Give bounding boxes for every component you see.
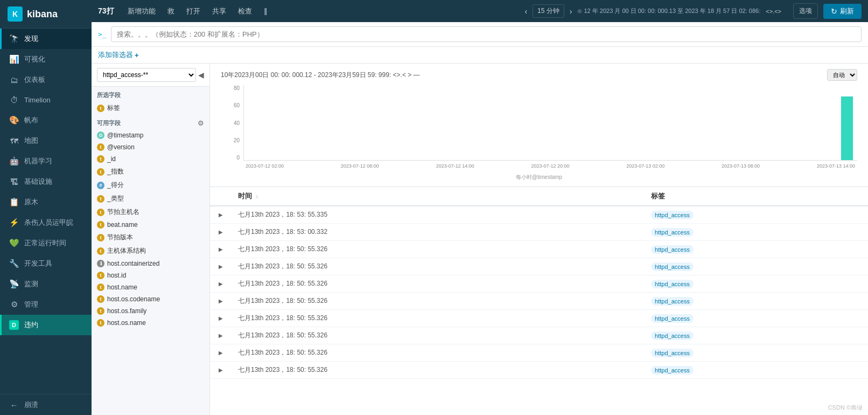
monitoring-icon: 📡 xyxy=(9,279,19,289)
time-duration-button[interactable]: 15 分钟 xyxy=(533,4,564,18)
sidebar-item-devtools[interactable]: 🔧 开发工具 xyxy=(0,253,92,274)
tag-cell: httpd_access xyxy=(645,344,868,362)
field-item[interactable]: t_指数 xyxy=(92,165,209,178)
save-button[interactable]: 救 xyxy=(164,5,178,18)
ml-icon: 🤖 xyxy=(9,156,19,166)
sidebar-item-dashboard[interactable]: 🗂 仪表板 xyxy=(0,70,92,90)
sidebar-item-discover[interactable]: 🔭 发现 xyxy=(0,29,92,49)
field-item[interactable]: thost.name xyxy=(92,281,209,293)
options-button[interactable]: 选项 xyxy=(793,3,818,19)
sidebar-item-visualize[interactable]: 📊 可视化 xyxy=(0,49,92,70)
field-item[interactable]: ℹhost.containerized xyxy=(92,258,209,269)
sidebar-item-violation[interactable]: D 违约 xyxy=(0,315,92,335)
field-name: host.containerized xyxy=(107,260,159,267)
field-type-icon: ℹ xyxy=(97,260,104,267)
chart-y-axis: 80 60 40 20 0 xyxy=(221,85,242,161)
field-item[interactable]: #_得分 xyxy=(92,178,209,192)
field-name: _类型 xyxy=(107,194,124,203)
field-type-icon: t xyxy=(97,234,104,241)
field-name: 节拍主机名 xyxy=(107,208,139,217)
field-item[interactable]: tbeat.name xyxy=(92,219,209,231)
row-expand-button[interactable]: ▶ xyxy=(216,331,225,340)
index-pattern-select[interactable]: httpd_access-** xyxy=(97,68,196,82)
x-label-2: 2023-07-12 14:00 xyxy=(436,163,474,169)
search-prefix: >_ xyxy=(98,30,107,38)
new-feature-button[interactable]: 新增功能 xyxy=(124,5,159,18)
time-cell: 七月13th 2023，18: 53: 00.332 xyxy=(232,224,645,241)
col-time-header[interactable]: 时间 ↕ xyxy=(232,187,645,206)
sidebar-item-timelion[interactable]: ⏱ Timelion xyxy=(0,90,92,110)
sidebar-bottom: ← 崩溃 xyxy=(0,394,92,415)
field-name: host.id xyxy=(107,272,126,279)
sidebar-item-maps[interactable]: 🗺 地图 xyxy=(0,130,92,151)
time-more-button[interactable]: <>.<> xyxy=(764,7,783,16)
sidebar-item-monitoring[interactable]: 📡 监测 xyxy=(0,274,92,294)
tag-cell: httpd_access xyxy=(645,241,868,258)
field-item[interactable]: t主机体系结构 xyxy=(92,244,209,258)
time-cell: 七月13th 2023，18: 50: 55.326 xyxy=(232,327,645,344)
share-button[interactable]: 共享 xyxy=(208,5,230,18)
search-input[interactable] xyxy=(111,26,862,42)
sidebar-item-canvas[interactable]: 🎨 帆布 xyxy=(0,110,92,130)
chart-interval-select[interactable]: 自动 xyxy=(827,69,857,81)
kibana-logo-text: kibana xyxy=(27,9,58,20)
sidebar-nav: 🔭 发现 📊 可视化 🗂 仪表板 ⏱ Timelion 🎨 帆布 🗺 地图 🤖 … xyxy=(0,29,92,394)
sidebar-item-logs[interactable]: 📋 原木 xyxy=(0,192,92,212)
row-expand-button[interactable]: ▶ xyxy=(216,245,225,253)
panel-collapse-button[interactable]: ◀ xyxy=(198,71,204,79)
sidebar-item-uptime[interactable]: 💚 正常运行时间 xyxy=(0,233,92,253)
field-item[interactable]: t_id xyxy=(92,153,209,165)
field-name: host.os.name xyxy=(107,319,146,327)
sidebar-item-management[interactable]: ⚙ 管理 xyxy=(0,294,92,315)
field-item[interactable]: ⊙@timestamp xyxy=(92,129,209,141)
sidebar-item-infra[interactable]: 🏗 基础设施 xyxy=(0,171,92,192)
field-type-icon: t xyxy=(97,319,104,327)
field-type-icon: # xyxy=(97,182,104,189)
field-item[interactable]: thost.os.name xyxy=(92,317,209,329)
row-expand-button[interactable]: ▶ xyxy=(216,211,225,219)
row-expand-button[interactable]: ▶ xyxy=(216,349,225,357)
field-item[interactable]: t节拍主机名 xyxy=(92,205,209,219)
table-row: ▶ 七月13th 2023，18: 53: 55.335 httpd_acces… xyxy=(210,206,868,224)
row-expand-button[interactable]: ▶ xyxy=(216,297,225,305)
sidebar-item-collapse[interactable]: ← 崩溃 xyxy=(0,395,92,415)
add-filter-button[interactable]: 添加筛选器 + xyxy=(98,50,139,60)
fields-settings-icon[interactable]: ⚙ xyxy=(198,119,204,127)
row-expand-button[interactable]: ▶ xyxy=(216,314,225,322)
selected-field-tags[interactable]: t 标签 xyxy=(92,101,209,115)
field-item[interactable]: thost.os.family xyxy=(92,305,209,317)
data-table: 时间 ↕ 标签 ▶ 七月13th 2023，18: 53: 55.335 htt… xyxy=(210,187,868,379)
row-expand-button[interactable]: ▶ xyxy=(216,228,225,236)
col-tags-header[interactable]: 标签 xyxy=(645,187,868,206)
field-name: @timestamp xyxy=(107,132,144,139)
sidebar-item-label: 发现 xyxy=(24,34,38,44)
field-type-icon: t xyxy=(97,283,104,291)
sidebar-item-apm[interactable]: ⚡ 杀伤人员运甲皖 xyxy=(0,212,92,233)
field-item[interactable]: t@version xyxy=(92,141,209,153)
visualize-icon: 📊 xyxy=(9,54,19,64)
field-item[interactable]: t节拍版本 xyxy=(92,231,209,244)
y-label-60: 60 xyxy=(234,102,240,108)
field-item[interactable]: thost.id xyxy=(92,269,209,281)
refresh-button[interactable]: ↻ 刷新 xyxy=(823,4,862,19)
time-cell: 七月13th 2023，18: 50: 55.326 xyxy=(232,258,645,275)
row-expand-button[interactable]: ▶ xyxy=(216,366,225,374)
pause-button[interactable]: ‖ xyxy=(260,5,271,17)
field-item[interactable]: t_类型 xyxy=(92,192,209,205)
time-nav-left[interactable]: ‹ xyxy=(522,6,529,17)
collapse-icon: ← xyxy=(9,400,19,410)
inspect-button[interactable]: 检查 xyxy=(234,5,256,18)
table-row: ▶ 七月13th 2023，18: 50: 55.326 httpd_acces… xyxy=(210,241,868,258)
apm-icon: ⚡ xyxy=(9,218,19,227)
time-nav-right[interactable]: › xyxy=(568,6,575,17)
sidebar-item-label: 违约 xyxy=(24,320,38,330)
row-expand-button[interactable]: ▶ xyxy=(216,280,225,288)
row-expand-button[interactable]: ▶ xyxy=(216,262,225,271)
open-button[interactable]: 打开 xyxy=(183,5,204,18)
search-bar: >_ xyxy=(92,22,868,47)
sidebar-item-label: 正常运行时间 xyxy=(24,238,66,248)
tag-cell: httpd_access xyxy=(645,224,868,241)
page-title: 73打 xyxy=(98,6,114,16)
sidebar-item-ml[interactable]: 🤖 机器学习 xyxy=(0,151,92,171)
field-item[interactable]: thost.os.codename xyxy=(92,293,209,305)
